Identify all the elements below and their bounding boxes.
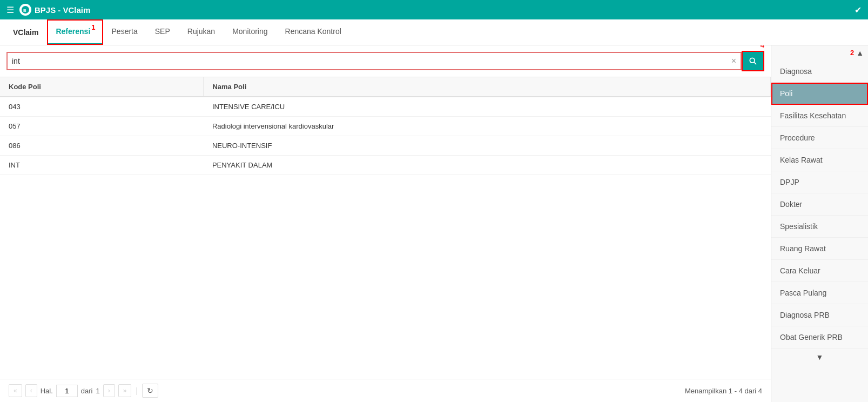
- app-title: BPJS - VClaim: [35, 5, 90, 15]
- page-next-btn[interactable]: ›: [103, 384, 115, 397]
- table-row[interactable]: 086 NEURO-INTENSIF: [0, 136, 771, 156]
- app-logo: B BPJS - VClaim: [19, 4, 90, 16]
- sidebar-expand-btn[interactable]: ▼: [816, 353, 824, 361]
- annotation-1: 1: [91, 23, 95, 31]
- table-container: Kode Poli Nama Poli 043 INTENSIVE CARE/I…: [0, 77, 771, 379]
- sidebar-item-spesialistik[interactable]: Spesialistik: [771, 216, 868, 238]
- nav-peserta[interactable]: Peserta: [103, 19, 146, 45]
- page-refresh-btn[interactable]: ↻: [142, 384, 158, 398]
- sidebar-item-procedure[interactable]: Procedure: [771, 127, 868, 149]
- table-row[interactable]: 043 INTENSIVE CARE/ICU: [0, 97, 771, 117]
- search-clear-button[interactable]: ×: [727, 53, 741, 69]
- poli-table: Kode Poli Nama Poli 043 INTENSIVE CARE/I…: [0, 77, 771, 175]
- bpjs-logo-icon: B: [19, 4, 31, 16]
- sidebar-item-diagnosa-prb[interactable]: Diagnosa PRB: [771, 304, 868, 326]
- search-input-container: ×: [6, 52, 742, 70]
- sidebar-item-dokter[interactable]: Dokter: [771, 193, 868, 216]
- total-pages: 1: [96, 387, 100, 395]
- sidebar-item-diagnosa[interactable]: Diagnosa: [771, 61, 868, 83]
- search-button[interactable]: [742, 51, 764, 71]
- svg-point-2: [750, 58, 755, 63]
- topbar-checkmark: ✔: [854, 5, 862, 15]
- page-input[interactable]: [56, 385, 78, 397]
- cell-kode: INT: [0, 156, 204, 175]
- table-header-row: Kode Poli Nama Poli: [0, 77, 771, 97]
- navbar: VClaim Referensi 1 Peserta SEP Rujukan M…: [0, 19, 868, 45]
- right-sidebar: 2 ▲ DiagnosaPoliFasilitas KesehatanProce…: [771, 45, 868, 402]
- topbar: ☰ B BPJS - VClaim ✔: [0, 0, 868, 19]
- sidebar-item-kelas-rawat[interactable]: Kelas Rawat: [771, 149, 868, 171]
- nav-referensi[interactable]: Referensi 1: [47, 19, 103, 45]
- search-input[interactable]: [8, 53, 727, 69]
- sidebar-item-poli[interactable]: Poli: [771, 83, 868, 105]
- table-row[interactable]: INT PENYAKIT DALAM: [0, 156, 771, 175]
- nav-monitoring[interactable]: Monitoring: [224, 19, 276, 45]
- cell-kode: 086: [0, 136, 204, 156]
- content-area: 3 × 4 Kode Poli: [0, 45, 771, 402]
- page-prev-btn[interactable]: ‹: [25, 384, 37, 397]
- brand-vclaim: VClaim: [4, 28, 47, 37]
- cell-kode: 043: [0, 97, 204, 117]
- annotation-4: 4: [761, 45, 764, 49]
- svg-text:B: B: [23, 8, 26, 13]
- page-info: Menampilkan 1 - 4 dari 4: [685, 387, 762, 395]
- cell-nama: Radiologi intervensional kardiovaskular: [204, 117, 771, 136]
- search-icon: [749, 57, 757, 65]
- sidebar-expand-bottom: ▼: [771, 349, 868, 366]
- dari-label: dari: [81, 387, 93, 395]
- sidebar-item-ruang-rawat[interactable]: Ruang Rawat: [771, 238, 868, 260]
- col-nama-poli: Nama Poli: [204, 77, 771, 97]
- table-row[interactable]: 057 Radiologi intervensional kardiovasku…: [0, 117, 771, 136]
- sidebar-toggle: 2 ▲: [771, 45, 868, 61]
- page-last-btn[interactable]: »: [118, 384, 132, 397]
- cell-nama: PENYAKIT DALAM: [204, 156, 771, 175]
- hal-label: Hal.: [41, 387, 53, 395]
- sidebar-item-dpjp[interactable]: DPJP: [771, 171, 868, 193]
- col-kode-poli: Kode Poli: [0, 77, 204, 97]
- sidebar-item-fasilitas-kesehatan[interactable]: Fasilitas Kesehatan: [771, 105, 868, 127]
- svg-line-3: [754, 62, 756, 64]
- sidebar-item-pasca-pulang[interactable]: Pasca Pulang: [771, 282, 868, 304]
- search-bar: 3 × 4: [0, 45, 771, 77]
- cell-kode: 057: [0, 117, 204, 136]
- sidebar-item-cara-keluar[interactable]: Cara Keluar: [771, 260, 868, 282]
- pagination-bar: « ‹ Hal. dari 1 › » | ↻ Menampilkan 1 - …: [0, 379, 771, 402]
- sidebar-item-obat-generik-prb[interactable]: Obat Generik PRB: [771, 326, 868, 349]
- hamburger-icon[interactable]: ☰: [6, 5, 14, 15]
- cell-nama: INTENSIVE CARE/ICU: [204, 97, 771, 117]
- cell-nama: NEURO-INTENSIF: [204, 136, 771, 156]
- divider: |: [136, 386, 138, 395]
- annotation-2: 2: [850, 49, 854, 57]
- nav-rencana-kontrol[interactable]: Rencana Kontrol: [277, 19, 350, 45]
- search-btn-wrapper: 4: [742, 51, 764, 71]
- sidebar-collapse-btn[interactable]: ▲: [856, 49, 864, 57]
- nav-sep[interactable]: SEP: [146, 19, 179, 45]
- main-layout: 3 × 4 Kode Poli: [0, 45, 868, 402]
- page-first-btn[interactable]: «: [9, 384, 22, 397]
- nav-rujukan[interactable]: Rujukan: [179, 19, 224, 45]
